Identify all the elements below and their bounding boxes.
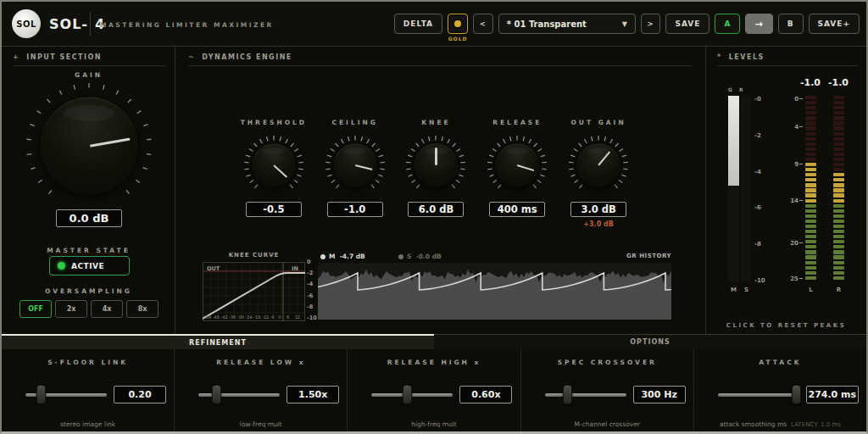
knob-knee[interactable] <box>405 135 466 196</box>
preset-dropdown[interactable]: * 01 Transparent ▼ <box>498 14 636 34</box>
tab-refinement[interactable]: REFINEMENT <box>2 334 434 349</box>
knob-value[interactable]: -0.5 <box>246 202 302 217</box>
slider-label: ATTACK <box>694 359 866 366</box>
active-label: ACTIVE <box>71 262 104 270</box>
save-plus-button[interactable]: SAVE+ <box>809 14 860 34</box>
section-rule <box>13 65 165 66</box>
side-gr-readout[interactable]: S -0.0 dB <box>398 253 442 260</box>
knob-release[interactable] <box>487 135 548 196</box>
led-segment <box>805 220 816 223</box>
led-segment <box>805 121 816 125</box>
led-segment <box>833 153 844 156</box>
knob-value[interactable]: 3.0 dB <box>570 202 626 217</box>
knob-label: CEILING <box>331 119 377 126</box>
slider-track-attack[interactable] <box>718 393 799 397</box>
preset-next-button[interactable]: > <box>641 14 661 34</box>
knob-value[interactable]: -1.0 <box>327 202 383 217</box>
gr-axis-tick: -2 <box>307 270 313 276</box>
gold-label: GOLD <box>442 36 473 42</box>
master-state-toggle[interactable]: ACTIVE <box>49 256 130 275</box>
plugin-subtitle: MASTERING LIMITER MAXIMIZER <box>100 21 274 29</box>
slider-group-spec-crossover: SPEC CROSSOVER300 HzM-channel crossover <box>520 349 693 434</box>
save-button[interactable]: SAVE <box>665 14 709 34</box>
active-led-icon <box>58 262 65 270</box>
slider-handle-s-floor-link[interactable] <box>36 385 46 404</box>
output-meter-right[interactable] <box>833 96 844 282</box>
input-section-header[interactable]: +INPUT SECTION <box>13 53 102 61</box>
knee-curve-plot: OUTIN-54-48-42-36-30-24-18-12-60612 <box>203 262 305 321</box>
knob-value[interactable]: 6.0 dB <box>408 202 464 217</box>
slider-handle-attack[interactable] <box>792 385 801 404</box>
header-controls: DELTA GOLD < * 01 Transparent ▼ > SAVE A… <box>394 14 860 34</box>
dynamics-engine-header[interactable]: ~DYNAMICS ENGINE <box>188 53 292 61</box>
copy-a-to-b-button[interactable]: → <box>745 14 772 34</box>
preset-prev-button[interactable]: < <box>473 14 493 34</box>
slider-handle-release-high-x[interactable] <box>403 385 412 404</box>
levels-header[interactable]: *LEVELS <box>717 53 765 61</box>
knob-out-gain[interactable] <box>568 135 629 196</box>
gold-mode-button[interactable] <box>448 14 468 34</box>
gain-knob[interactable] <box>25 82 153 209</box>
slider-value-attack[interactable]: 274.0 ms <box>806 386 859 403</box>
sol-logo: SOL <box>12 9 41 38</box>
gr-meter-tick: -6 <box>754 204 761 211</box>
knob-pointer-line <box>90 137 131 147</box>
led-segment <box>805 204 816 208</box>
knob-label: OUT GAIN <box>570 119 626 126</box>
slider-handle-release-low-x[interactable] <box>212 385 221 404</box>
led-segment <box>805 137 816 141</box>
gain-value[interactable]: 0.0 dB <box>56 209 122 227</box>
gr-meter-tick: -10 <box>754 277 765 284</box>
led-segment <box>833 96 844 99</box>
knob-face <box>413 142 459 188</box>
output-meter-left[interactable] <box>805 96 816 282</box>
gr-meter-tick: -8 <box>754 241 761 248</box>
preset-name: * 01 Transparent <box>507 19 587 29</box>
mid-gr-readout[interactable]: M -4.7 dB <box>320 253 365 260</box>
gr-axis-scale: 0-2-4-6-8-10 <box>307 259 319 318</box>
tab-options[interactable]: OPTIONS <box>434 334 866 349</box>
slider-track-release-high-x[interactable] <box>371 393 453 397</box>
led-segment <box>805 193 816 197</box>
led-segment <box>833 163 844 166</box>
knob-ceiling[interactable] <box>325 135 386 196</box>
slider-track-release-low-x[interactable] <box>198 393 280 397</box>
slider-subtitle: M-channel crossover <box>521 420 693 428</box>
section-rule <box>717 65 858 66</box>
gr-meter-tick: -2 <box>754 132 761 139</box>
led-segment <box>805 178 816 181</box>
knob-face <box>332 142 378 188</box>
slider-value-release-high-x[interactable]: 0.60x <box>459 386 512 403</box>
led-segment <box>805 173 816 176</box>
slider-handle-spec-crossover[interactable] <box>563 385 572 404</box>
slider-value-spec-crossover[interactable]: 300 Hz <box>633 386 686 403</box>
peak-readout-right[interactable]: -1.0 <box>821 77 855 88</box>
led-segment <box>805 188 816 192</box>
slider-label: RELEASE HIGH x <box>348 359 520 366</box>
led-segment <box>805 101 816 104</box>
slider-label: SPEC CROSSOVER <box>521 359 693 366</box>
oversampling-off-button[interactable]: OFF <box>19 300 52 318</box>
slot-b-button[interactable]: B <box>778 14 804 34</box>
delta-button[interactable]: DELTA <box>394 14 442 34</box>
led-segment <box>805 276 816 280</box>
reset-peaks-hint[interactable]: CLICK TO RESET PEAKS <box>706 322 866 329</box>
slider-group-release-high-x: RELEASE HIGH x0.60xhigh-freq mult <box>347 349 520 434</box>
knob-group-threshold: THRESHOLD-0.5 <box>233 119 314 227</box>
slider-value-release-low-x[interactable]: 1.50x <box>287 386 339 403</box>
knob-threshold[interactable] <box>243 135 304 196</box>
knob-pointer-line <box>598 151 610 166</box>
knob-value[interactable]: 400 ms <box>489 202 545 217</box>
latency-readout: LATENCY: 1.0 ms <box>791 421 841 428</box>
oversampling-4x-button[interactable]: 4x <box>91 300 123 318</box>
slider-value-s-floor-link[interactable]: 0.20 <box>114 386 166 403</box>
slot-a-button[interactable]: A <box>715 14 740 34</box>
led-segment <box>805 230 816 233</box>
knob-pointer-line <box>517 164 535 172</box>
oversampling-8x-button[interactable]: 8x <box>126 300 159 318</box>
slider-track-spec-crossover[interactable] <box>545 393 626 397</box>
led-segment <box>833 126 844 130</box>
oversampling-2x-button[interactable]: 2x <box>55 300 87 318</box>
knob-label: RELEASE <box>492 119 542 126</box>
led-segment <box>805 142 816 146</box>
